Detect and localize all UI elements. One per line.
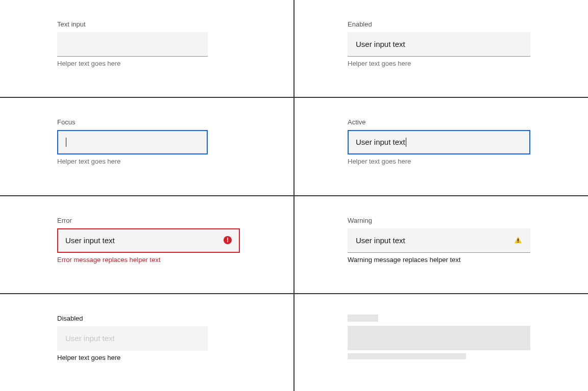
text-input-default[interactable] [57,32,208,57]
text-input-disabled: User input text [57,326,208,351]
input-value: User input text [356,138,405,146]
error-message: Error message replaces helper text [57,256,240,264]
skeleton-label [348,315,378,322]
input-value: User input text [65,236,115,245]
warning-filled-icon [514,236,522,244]
cell-default: Text input Helper text goes here [0,0,293,97]
label-error: Error [57,217,240,224]
svg-rect-1 [518,239,519,241]
text-cursor-icon [66,138,66,147]
cell-active: Active User input text Helper text goes … [295,98,588,195]
cell-warning: Warning User input text Warning message … [295,196,588,293]
cell-skeleton [295,294,588,391]
helper-default: Helper text goes here [57,60,240,67]
input-value: User input text [356,236,405,245]
skeleton-input [348,326,530,350]
text-input-active[interactable]: User input text [348,130,530,154]
helper-disabled: Helper text goes here [57,354,240,361]
warning-message: Warning message replaces helper text [348,256,530,264]
skeleton-helper [348,353,466,359]
cell-disabled: Disabled User input text Helper text goe… [0,294,293,391]
cell-enabled: Enabled User input text Helper text goes… [295,0,588,97]
text-cursor-icon [406,138,406,147]
helper-enabled: Helper text goes here [348,60,530,67]
error-filled-icon: ! [224,236,232,244]
label-focus: Focus [57,118,240,126]
helper-active: Helper text goes here [348,158,530,165]
label-warning: Warning [348,217,530,224]
helper-focus: Helper text goes here [57,158,240,165]
text-input-enabled[interactable]: User input text [348,32,530,57]
text-input-focus[interactable] [57,130,208,154]
label-active: Active [348,118,530,126]
text-input-states-grid: Text input Helper text goes here Enabled… [0,0,588,391]
input-value: User input text [65,334,115,343]
text-input-warning[interactable]: User input text [348,228,530,253]
svg-rect-2 [518,242,519,243]
text-input-error[interactable]: User input text ! [57,228,240,253]
label-enabled: Enabled [348,20,530,28]
input-value: User input text [356,40,405,48]
cell-error: Error User input text ! Error message re… [0,196,293,293]
label-default: Text input [57,20,240,28]
label-disabled: Disabled [57,315,240,322]
cell-focus: Focus Helper text goes here [0,98,293,195]
